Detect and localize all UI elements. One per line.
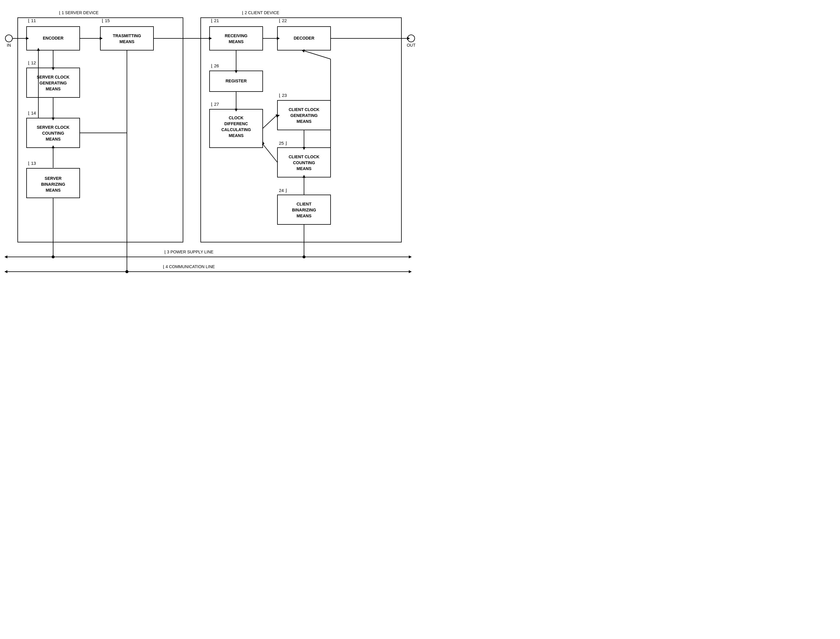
cbm-label2: BINARIZING	[292, 208, 316, 212]
scgm-label2: GENERATING	[40, 81, 67, 85]
svg-rect-7	[209, 27, 263, 50]
out-label: OUT	[407, 43, 415, 48]
power-supply-bracket: ⌊ 3 POWER SUPPLY LINE	[165, 250, 213, 254]
register-number: ⌊ 26	[211, 63, 219, 68]
server-device-label: ⌊ 1 SERVER DEVICE	[59, 10, 98, 15]
svg-rect-3	[100, 27, 154, 50]
sbm-label2: BINARIZING	[41, 182, 65, 187]
sccm-label1: SERVER CLOCK	[37, 125, 70, 130]
receiving-label2: MEANS	[229, 39, 244, 44]
cccm-label1: CLIENT CLOCK	[288, 154, 319, 159]
ccgm-number: ⌊ 23	[279, 93, 287, 98]
in-terminal	[5, 35, 13, 42]
ccgm-label1: CLIENT CLOCK	[288, 107, 319, 112]
cccm-label3: MEANS	[296, 166, 312, 171]
svg-marker-54	[5, 256, 7, 258]
cbm-number: 24 ⌋	[279, 188, 287, 193]
sbm-label1: SERVER	[44, 176, 62, 181]
cdcm-label3: CALCULATING	[221, 127, 251, 132]
decoder-number: ⌊ 22	[279, 18, 287, 23]
cdcm-number: ⌊ 27	[211, 102, 219, 106]
decoder-label: DECODER	[294, 36, 314, 40]
scgm-label3: MEANS	[46, 86, 61, 91]
receiving-label1: RECEIVING	[225, 33, 247, 38]
sbm-number: ⌊ 13	[28, 161, 36, 166]
transmitting-label2: MEANS	[119, 39, 135, 44]
encoder-label: ENCODER	[43, 36, 63, 40]
register-label: REGISTER	[225, 79, 247, 83]
comm-line-bracket: ⌊ 4 COMMUNICATION LINE	[163, 264, 215, 269]
cdcm-label2: DIFFERENC	[224, 121, 248, 126]
svg-point-59	[125, 270, 128, 273]
cccm-label2: COUNTING	[293, 161, 315, 165]
in-label: IN	[7, 43, 11, 48]
ccgm-label3: MEANS	[296, 119, 312, 124]
scgm-label1: SERVER CLOCK	[37, 75, 70, 79]
scgm-number: ⌊ 12	[28, 60, 36, 65]
cdcm-label4: MEANS	[229, 133, 244, 138]
client-device-label: ⌊ 2 CLIENT DEVICE	[242, 10, 279, 15]
transmitting-number: ⌊ 15	[102, 18, 110, 23]
cbm-label1: CLIENT	[296, 202, 312, 207]
sccm-label3: MEANS	[46, 137, 61, 141]
sccm-label2: COUNTING	[42, 131, 64, 135]
cbm-label3: MEANS	[296, 213, 312, 218]
ccgm-label2: GENERATING	[290, 113, 318, 118]
cdcm-label1: CLOCK	[229, 116, 244, 120]
svg-marker-58	[409, 270, 412, 273]
sccm-number: ⌊ 14	[28, 110, 36, 116]
cccm-label: 25 ⌋	[279, 141, 287, 146]
receiving-number: ⌊ 21	[211, 18, 219, 23]
svg-marker-55	[409, 256, 412, 258]
encoder-number: ⌊ 11	[28, 18, 36, 23]
sbm-label3: MEANS	[46, 188, 61, 192]
transmitting-label: TRASMITTING	[113, 33, 141, 38]
svg-marker-57	[5, 270, 7, 273]
